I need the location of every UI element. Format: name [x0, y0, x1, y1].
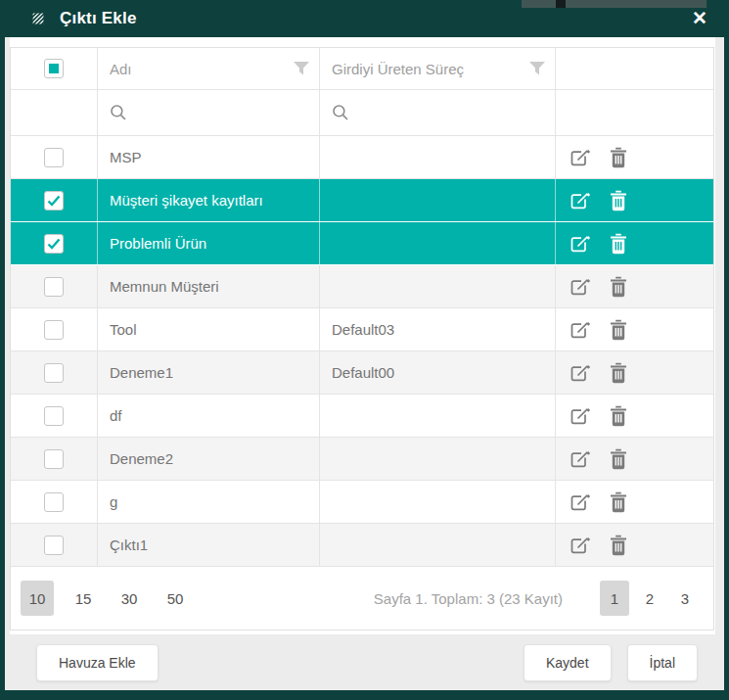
row-actions [556, 481, 713, 523]
cancel-button[interactable]: İptal [627, 644, 698, 681]
edit-icon[interactable] [570, 447, 592, 470]
delete-icon[interactable] [610, 405, 627, 427]
page-size-30[interactable]: 30 [113, 581, 146, 616]
edit-icon[interactable] [570, 361, 592, 384]
table-row[interactable]: Tool Default03 [11, 308, 713, 351]
indeterminate-mark [49, 64, 59, 73]
row-checkbox[interactable] [44, 536, 64, 555]
table-row[interactable]: MSP [11, 136, 713, 179]
edit-icon[interactable] [570, 534, 592, 556]
delete-icon[interactable] [610, 362, 627, 384]
table-row[interactable]: Deneme2 [11, 438, 713, 481]
row-checkbox-cell [11, 395, 98, 437]
page-size-10[interactable]: 10 [21, 581, 54, 616]
table-header-row: Adı Girdiyi Üreten Süreç [11, 48, 713, 90]
delete-icon[interactable] [610, 190, 627, 211]
column-header-actions [556, 48, 713, 89]
delete-icon[interactable] [610, 491, 627, 513]
edit-icon[interactable] [570, 275, 592, 298]
row-checkbox-cell [11, 136, 98, 178]
table-row[interactable]: g [11, 481, 713, 524]
row-name: Çıktı1 [98, 524, 320, 566]
edit-icon[interactable] [570, 490, 592, 513]
column-header-process[interactable]: Girdiyi Üreten Süreç [320, 48, 556, 89]
row-checkbox[interactable] [44, 363, 64, 383]
row-checkbox-cell [11, 351, 98, 394]
row-name: MSP [98, 136, 320, 178]
row-checkbox-cell [11, 222, 98, 264]
delete-icon[interactable] [610, 448, 627, 470]
row-checkbox[interactable] [44, 406, 64, 426]
table-row[interactable]: Memnun Müşteri [11, 265, 713, 308]
pagination-bar: 10153050 Sayfa 1. Toplam: 3 (23 Kayıt) 1… [11, 567, 713, 630]
row-name: Tool [98, 308, 320, 350]
add-to-pool-button[interactable]: Havuza Ekle [36, 644, 159, 681]
row-process [320, 179, 556, 221]
edit-icon[interactable] [570, 318, 592, 341]
row-checkbox-cell [11, 524, 98, 566]
close-icon[interactable]: ✕ [687, 6, 712, 31]
edit-icon[interactable] [570, 404, 592, 427]
process-filter-input[interactable] [320, 90, 556, 135]
page-number-group: 123 [600, 581, 706, 616]
row-name: Deneme2 [98, 438, 320, 480]
row-checkbox[interactable] [44, 449, 64, 469]
table-row[interactable]: df [11, 395, 713, 438]
row-checkbox-cell [11, 481, 98, 523]
add-output-dialog: Çıktı Ekle ✕ Adı [0, 0, 729, 700]
delete-icon[interactable] [610, 147, 627, 168]
row-process [320, 136, 556, 178]
header-checkbox-cell [11, 48, 98, 89]
row-process [320, 222, 556, 264]
edit-icon[interactable] [570, 189, 592, 211]
page-size-50[interactable]: 50 [159, 581, 192, 616]
row-checkbox-cell [11, 438, 98, 480]
table-row[interactable]: Çıktı1 [11, 524, 713, 567]
row-checkbox[interactable] [44, 277, 64, 297]
page-size-15[interactable]: 15 [67, 581, 100, 616]
filter-row [11, 90, 713, 136]
row-checkbox[interactable] [44, 320, 64, 340]
dialog-body: Adı Girdiyi Üreten Süreç [5, 37, 724, 634]
search-icon [110, 104, 127, 121]
row-process: Default00 [320, 351, 556, 394]
row-actions [556, 524, 713, 566]
column-label: Girdiyi Üreten Süreç [332, 61, 529, 77]
table-row[interactable]: Müşteri şikayet kayıtları [11, 179, 713, 222]
delete-icon[interactable] [610, 319, 627, 341]
table-row[interactable]: Problemli Ürün [11, 222, 713, 265]
delete-icon[interactable] [610, 535, 627, 556]
screen: Çıktı Ekle ✕ Adı [0, 0, 729, 700]
row-checkbox-cell [11, 308, 98, 350]
row-checkbox[interactable] [44, 492, 64, 512]
save-button[interactable]: Kaydet [524, 644, 612, 681]
row-actions [556, 136, 713, 178]
filter-icon[interactable] [529, 62, 545, 75]
row-actions [556, 395, 713, 437]
filter-actions-cell [556, 90, 713, 135]
name-filter-input[interactable] [98, 90, 320, 135]
page-size-group: 10153050 [21, 581, 205, 616]
column-header-name[interactable]: Adı [98, 48, 320, 89]
row-checkbox[interactable] [44, 191, 64, 210]
row-checkbox[interactable] [44, 148, 64, 167]
row-checkbox-cell [11, 179, 98, 221]
row-checkbox[interactable] [44, 234, 64, 254]
table-row[interactable]: Deneme1 Default00 [11, 351, 713, 395]
select-all-checkbox[interactable] [44, 59, 64, 78]
table-body: MSP Müşteri şikay [11, 136, 713, 567]
edit-icon[interactable] [570, 146, 592, 168]
row-actions [556, 222, 713, 264]
row-name: Problemli Ürün [98, 222, 320, 264]
filter-icon[interactable] [294, 62, 309, 75]
page-number-3[interactable]: 3 [670, 581, 700, 616]
delete-icon[interactable] [610, 276, 627, 298]
delete-icon[interactable] [610, 233, 627, 255]
outputs-table: Adı Girdiyi Üreten Süreç [10, 47, 714, 630]
row-actions [556, 265, 713, 307]
edit-icon[interactable] [570, 232, 592, 255]
page-number-1[interactable]: 1 [600, 581, 629, 616]
row-actions [556, 308, 713, 350]
row-name: Memnun Müşteri [98, 265, 320, 307]
page-number-2[interactable]: 2 [635, 581, 664, 616]
